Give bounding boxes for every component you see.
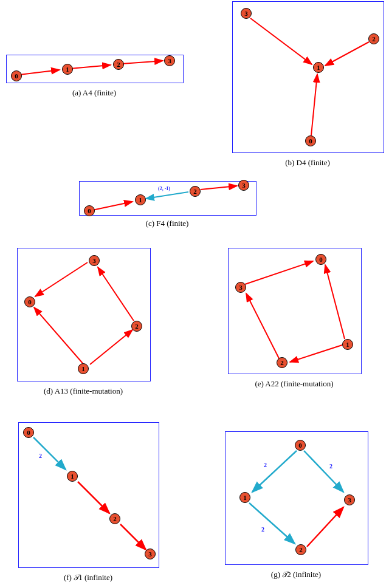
node-1: 1	[135, 194, 146, 205]
edge-label-01: 2	[264, 462, 267, 468]
edges	[18, 422, 158, 567]
node-3: 3	[164, 55, 175, 66]
node-2: 2	[113, 59, 124, 70]
node-3: 3	[145, 549, 156, 559]
node-0: 0	[24, 296, 35, 307]
node-3: 3	[235, 282, 246, 293]
edges	[228, 248, 360, 373]
node-0: 0	[305, 135, 316, 146]
svg-line-2	[122, 61, 163, 64]
edge-label-03: 2	[329, 463, 332, 470]
node-3: 3	[238, 180, 249, 191]
node-3: 3	[241, 8, 252, 19]
svg-line-13	[246, 293, 280, 360]
panel-a13: 0 1 2 3 (d) A13 (finite-mutation)	[17, 248, 150, 400]
node-1: 1	[67, 471, 78, 482]
caption-e: (e) A22 (finite-mutation)	[228, 379, 360, 389]
svg-line-3	[311, 74, 317, 135]
svg-line-6	[92, 202, 133, 210]
svg-line-22	[304, 451, 343, 492]
svg-line-8	[201, 186, 237, 190]
node-1: 1	[62, 64, 73, 75]
edge-label-21: (2, -1)	[158, 186, 170, 191]
svg-line-18	[78, 482, 109, 513]
edges	[6, 55, 182, 82]
edge-label-12: 2	[261, 526, 264, 533]
node-2: 2	[131, 321, 142, 332]
edges	[17, 248, 150, 380]
svg-line-9	[34, 307, 83, 363]
node-2: 2	[295, 544, 306, 555]
caption-c: (c) F4 (finite)	[79, 219, 255, 228]
svg-line-1	[70, 65, 111, 69]
node-2: 2	[277, 357, 287, 368]
node-0: 0	[11, 70, 22, 81]
svg-line-7	[146, 192, 188, 199]
node-1: 1	[313, 62, 324, 73]
svg-line-11	[98, 267, 134, 321]
node-0: 0	[23, 427, 34, 438]
caption-g: (g) 𝒯2 (infinite)	[225, 570, 367, 579]
svg-line-0	[19, 70, 60, 75]
caption-b: (b) D4 (finite)	[232, 158, 383, 168]
node-1: 1	[239, 492, 250, 503]
caption-d: (d) A13 (finite-mutation)	[17, 386, 150, 396]
caption-a: (a) A4 (finite)	[6, 88, 182, 98]
edges	[232, 1, 383, 152]
svg-line-17	[33, 437, 66, 470]
svg-line-15	[325, 265, 345, 339]
node-0: 0	[84, 205, 95, 216]
panel-f4: 0 1 2 3 (2, -1) (c) F4 (finite)	[79, 181, 255, 236]
panel-t2: 0 1 2 3 2 2 2 (g) 𝒯2 (infinite)	[225, 431, 367, 588]
caption-f: (f) 𝒯1 (infinite)	[18, 573, 158, 583]
node-2: 2	[368, 33, 379, 44]
node-0: 0	[295, 440, 306, 451]
node-3: 3	[89, 255, 100, 266]
edge-label-01: 2	[39, 453, 42, 459]
svg-line-16	[290, 345, 342, 362]
svg-line-23	[307, 507, 343, 547]
node-2: 2	[190, 186, 201, 197]
svg-line-21	[249, 503, 295, 544]
panel-a4: 0 1 2 3 (a) A4 (finite)	[6, 55, 182, 103]
node-3: 3	[344, 494, 355, 505]
svg-line-19	[120, 524, 146, 550]
svg-line-20	[252, 451, 297, 492]
svg-line-12	[35, 262, 88, 296]
svg-line-4	[325, 42, 369, 66]
panel-a22: 0 1 2 3 (e) A22 (finite-mutation)	[228, 248, 360, 400]
node-0: 0	[315, 254, 326, 265]
panel-t1: 0 1 2 3 2 (f) 𝒯1 (infinite)	[18, 422, 158, 586]
node-1: 1	[342, 339, 353, 350]
svg-line-14	[245, 261, 313, 284]
svg-line-10	[90, 330, 133, 364]
svg-line-5	[250, 18, 312, 64]
panel-d4: 0 1 2 3 (b) D4 (finite)	[232, 1, 383, 171]
node-2: 2	[109, 513, 120, 524]
node-1: 1	[78, 363, 89, 374]
